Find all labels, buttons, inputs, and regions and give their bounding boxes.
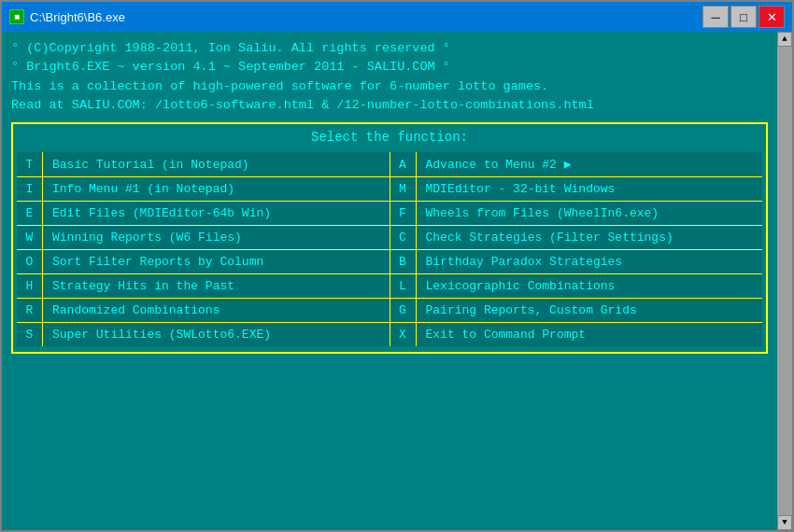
menu-label-E[interactable]: Edit Files (MDIEditor-64b Win)	[43, 202, 390, 225]
menu-label-I[interactable]: Info Menu #1 (in Notepad)	[43, 177, 390, 201]
menu-label-W[interactable]: Winning Reports (W6 Files)	[43, 226, 390, 249]
menu-row: O Sort Filter Reports by Column B Birthd…	[17, 250, 762, 274]
menu-key-C[interactable]: C	[390, 226, 417, 249]
menu-label-O[interactable]: Sort Filter Reports by Column	[43, 250, 390, 273]
menu-row: T Basic Tutorial (in Notepad) A Advance …	[17, 152, 762, 177]
title-bar: ■ C:\Bright6\B6.exe ─ □ ✕	[2, 2, 792, 32]
menu-label-S[interactable]: Super Utilities (SWLotto6.EXE)	[43, 323, 390, 346]
header-line-1: ° (C)Copyright 1988-2011, Ion Saliu. All…	[11, 39, 768, 58]
menu-label-M[interactable]: MDIEditor - 32-bit Windows	[417, 177, 763, 201]
menu-label-R[interactable]: Randomized Combinations	[43, 299, 390, 322]
minimize-button[interactable]: ─	[702, 6, 729, 28]
menu-cell-left: T Basic Tutorial (in Notepad)	[17, 152, 390, 176]
menu-cell-left: O Sort Filter Reports by Column	[17, 250, 390, 273]
menu-cell-right: A Advance to Menu #2 ▶	[390, 152, 763, 176]
menu-cell-right: B Birthday Paradox Strategies	[390, 250, 763, 273]
menu-key-O[interactable]: O	[17, 250, 43, 273]
menu-key-T[interactable]: T	[17, 152, 43, 176]
menu-row: E Edit Files (MDIEditor-64b Win) F Wheel…	[17, 202, 762, 226]
menu-cell-left: W Winning Reports (W6 Files)	[17, 226, 390, 249]
menu-label-H[interactable]: Strategy Hits in the Past	[43, 274, 390, 298]
menu-label-B[interactable]: Birthday Paradox Strategies	[417, 250, 763, 273]
menu-cell-left: H Strategy Hits in the Past	[17, 274, 390, 298]
menu-label-X[interactable]: Exit to Command Prompt	[417, 323, 763, 346]
menu-label-F[interactable]: Wheels from Files (WheelIn6.exe)	[417, 202, 763, 225]
menu-key-E[interactable]: E	[17, 202, 43, 225]
window-frame: ■ C:\Bright6\B6.exe ─ □ ✕ ° (C)Copyright…	[0, 0, 794, 532]
header-line-4: Read at SALIU.COM: /lotto6-software.html…	[11, 96, 768, 115]
menu-key-B[interactable]: B	[390, 250, 417, 273]
scroll-down-button[interactable]: ▼	[777, 515, 792, 530]
header-section: ° (C)Copyright 1988-2011, Ion Saliu. All…	[11, 39, 768, 115]
menu-key-G[interactable]: G	[390, 299, 417, 322]
menu-cell-right: L Lexicographic Combinations	[390, 274, 763, 298]
menu-grid: T Basic Tutorial (in Notepad) A Advance …	[17, 152, 762, 346]
header-line-2: ° Bright6.EXE ~ version 4.1 ~ September …	[11, 58, 768, 77]
main-content: ° (C)Copyright 1988-2011, Ion Saliu. All…	[11, 39, 768, 354]
menu-cell-right: M MDIEditor - 32-bit Windows	[390, 177, 763, 201]
menu-key-L[interactable]: L	[390, 274, 417, 298]
menu-label-A[interactable]: Advance to Menu #2 ▶	[417, 152, 763, 176]
menu-key-A[interactable]: A	[390, 152, 417, 176]
menu-row: H Strategy Hits in the Past L Lexicograp…	[17, 274, 762, 299]
window-icon: ■	[9, 9, 24, 24]
menu-row: W Winning Reports (W6 Files) C Check Str…	[17, 226, 762, 250]
title-buttons: ─ □ ✕	[702, 6, 785, 28]
menu-key-I[interactable]: I	[17, 177, 43, 201]
header-line-3: This is a collection of high-powered sof…	[11, 77, 768, 96]
menu-title: Select the function:	[17, 130, 762, 145]
menu-key-F[interactable]: F	[390, 202, 417, 225]
menu-cell-left: I Info Menu #1 (in Notepad)	[17, 177, 390, 201]
menu-key-M[interactable]: M	[390, 177, 417, 201]
menu-label-L[interactable]: Lexicographic Combinations	[417, 274, 763, 298]
menu-cell-right: C Check Strategies (Filter Settings)	[390, 226, 763, 249]
menu-cell-left: S Super Utilities (SWLotto6.EXE)	[17, 323, 390, 346]
close-button[interactable]: ✕	[759, 6, 785, 28]
menu-row: S Super Utilities (SWLotto6.EXE) X Exit …	[17, 323, 762, 346]
menu-row: R Randomized Combinations G Pairing Repo…	[17, 299, 762, 323]
content-area: ° (C)Copyright 1988-2011, Ion Saliu. All…	[2, 32, 792, 530]
menu-key-W[interactable]: W	[17, 226, 43, 249]
menu-cell-left: R Randomized Combinations	[17, 299, 390, 322]
menu-label-C[interactable]: Check Strategies (Filter Settings)	[417, 226, 763, 249]
menu-label-T[interactable]: Basic Tutorial (in Notepad)	[43, 152, 390, 176]
scrollbar: ▲ ▼	[777, 32, 792, 530]
menu-row: I Info Menu #1 (in Notepad) M MDIEditor …	[17, 177, 762, 202]
maximize-button[interactable]: □	[730, 6, 757, 28]
menu-key-R[interactable]: R	[17, 299, 43, 322]
menu-box: Select the function: T Basic Tutorial (i…	[11, 122, 768, 354]
menu-cell-left: E Edit Files (MDIEditor-64b Win)	[17, 202, 390, 225]
scroll-track[interactable]	[777, 47, 792, 515]
menu-cell-right: X Exit to Command Prompt	[390, 323, 763, 346]
scroll-up-button[interactable]: ▲	[777, 32, 792, 47]
menu-key-S[interactable]: S	[17, 323, 43, 346]
window-title: C:\Bright6\B6.exe	[30, 10, 697, 24]
menu-key-X[interactable]: X	[390, 323, 417, 346]
menu-cell-right: G Pairing Reports, Custom Grids	[390, 299, 763, 322]
menu-cell-right: F Wheels from Files (WheelIn6.exe)	[390, 202, 763, 225]
menu-label-G[interactable]: Pairing Reports, Custom Grids	[417, 299, 763, 322]
menu-key-H[interactable]: H	[17, 274, 43, 298]
